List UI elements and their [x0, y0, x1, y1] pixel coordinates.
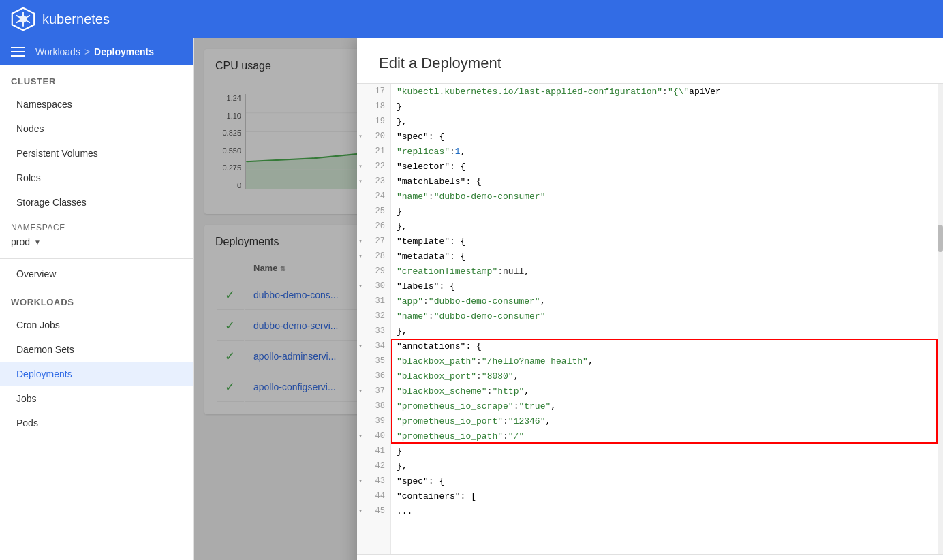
svg-line-6: [26, 16, 30, 18]
sidebar-item-daemon-sets[interactable]: Daemon Sets: [0, 337, 193, 362]
cluster-section-title: Cluster: [0, 65, 193, 92]
line-number-32: 32: [357, 309, 390, 324]
code-line-23: "matchLabels": {: [391, 174, 943, 189]
breadcrumb-separator: >: [84, 46, 90, 57]
line-number-35: 35: [357, 354, 390, 369]
code-line-34: "annotations": {: [391, 339, 943, 354]
sidebar-item-persistent-volumes[interactable]: Persistent Volumes: [0, 141, 193, 166]
svg-line-4: [16, 16, 20, 18]
code-line-38: "prometheus_io_scrape": "true",: [391, 399, 943, 414]
edit-deployment-dialog: Edit a Deployment 1718192021222324252627…: [357, 38, 943, 560]
line-number-34: 34: [357, 339, 390, 354]
line-number-21: 21: [357, 144, 390, 159]
sidebar: Workloads > Deployments Cluster Namespac…: [0, 38, 194, 560]
line-number-36: 36: [357, 369, 390, 384]
app-name: kubernetes: [42, 12, 110, 27]
line-number-26: 26: [357, 219, 390, 234]
line-number-27: 27: [357, 234, 390, 249]
topbar: kubernetes: [0, 0, 943, 38]
namespace-section: Namespace prod ▼: [0, 215, 193, 255]
line-number-37: 37: [357, 384, 390, 399]
line-number-45: 45: [357, 503, 390, 518]
line-number-40: 40: [357, 429, 390, 444]
code-line-39: "prometheus_io_port": "12346",: [391, 414, 943, 429]
code-content[interactable]: "kubectl.kubernetes.io/last-applied-conf…: [391, 84, 943, 554]
sidebar-item-storage-classes[interactable]: Storage Classes: [0, 190, 193, 215]
code-line-26: },: [391, 219, 943, 234]
code-line-29: "creationTimestamp": null,: [391, 264, 943, 279]
line-number-38: 38: [357, 399, 390, 414]
line-number-23: 23: [357, 174, 390, 189]
line-number-24: 24: [357, 189, 390, 204]
code-line-24: "name": "dubbo-demo-consumer": [391, 189, 943, 204]
line-number-31: 31: [357, 294, 390, 309]
main-layout: Workloads > Deployments Cluster Namespac…: [0, 38, 943, 560]
sidebar-item-nodes[interactable]: Nodes: [0, 116, 193, 141]
line-number-39: 39: [357, 414, 390, 429]
line-number-44: 44: [357, 488, 390, 503]
line-number-33: 33: [357, 324, 390, 339]
sidebar-item-roles[interactable]: Roles: [0, 166, 193, 190]
code-line-18: }: [391, 99, 943, 114]
svg-point-1: [20, 16, 27, 23]
code-line-37: "blackbox_scheme": "http",: [391, 384, 943, 399]
sidebar-item-overview[interactable]: Overview: [0, 262, 193, 286]
sidebar-item-deployments[interactable]: Deployments: [0, 362, 193, 386]
code-line-28: "metadata": {: [391, 249, 943, 264]
line-number-18: 18: [357, 99, 390, 114]
code-line-20: "spec": {: [391, 129, 943, 144]
main-content: CPU usage 1.24 1.10 0.825 0.550 0.275 0: [194, 38, 943, 560]
code-line-17: "kubectl.kubernetes.io/last-applied-conf…: [391, 84, 943, 99]
svg-line-5: [26, 20, 30, 22]
line-number-41: 41: [357, 444, 390, 458]
sidebar-item-namespaces[interactable]: Namespaces: [0, 92, 193, 116]
line-number-43: 43: [357, 473, 390, 488]
line-number-30: 30: [357, 279, 390, 294]
code-line-21: "replicas": 1,: [391, 144, 943, 159]
code-line-36: "blackbox_port": "8080",: [391, 369, 943, 384]
nav-breadcrumb: Workloads > Deployments: [0, 38, 193, 65]
namespace-label: Namespace: [11, 223, 182, 232]
scrollbar-thumb[interactable]: [938, 225, 943, 252]
breadcrumb-current: Deployments: [94, 46, 154, 57]
code-line-44: "containers": [: [391, 488, 943, 503]
code-line-30: "labels": {: [391, 279, 943, 294]
workloads-section-title: Workloads: [0, 286, 193, 313]
code-scroll[interactable]: 1718192021222324252627282930313233343536…: [357, 84, 943, 554]
dialog-title: Edit a Deployment: [379, 55, 921, 72]
sidebar-item-cron-jobs[interactable]: Cron Jobs: [0, 313, 193, 337]
svg-line-7: [16, 20, 20, 22]
code-line-19: },: [391, 114, 943, 129]
line-number-42: 42: [357, 458, 390, 473]
namespace-dropdown-arrow: ▼: [34, 238, 41, 246]
code-line-43: "spec": {: [391, 473, 943, 488]
dialog-header: Edit a Deployment: [357, 38, 943, 84]
namespace-select[interactable]: prod ▼: [11, 236, 182, 247]
line-number-25: 25: [357, 204, 390, 219]
code-line-25: }: [391, 204, 943, 219]
line-number-20: 20: [357, 129, 390, 144]
line-number-19: 19: [357, 114, 390, 129]
breadcrumb-workloads[interactable]: Workloads: [35, 46, 80, 57]
hamburger-menu[interactable]: [11, 47, 25, 57]
line-number-17: 17: [357, 84, 390, 99]
app-logo: kubernetes: [11, 7, 110, 31]
line-number-29: 29: [357, 264, 390, 279]
code-line-27: "template": {: [391, 234, 943, 249]
line-numbers: 1718192021222324252627282930313233343536…: [357, 84, 391, 554]
line-number-28: 28: [357, 249, 390, 264]
code-line-32: "name": "dubbo-demo-consumer": [391, 309, 943, 324]
code-line-40: "prometheus_io_path": "/": [391, 429, 943, 444]
code-line-31: "app": "dubbo-demo-consumer",: [391, 294, 943, 309]
scrollbar-track[interactable]: [938, 84, 943, 554]
code-editor[interactable]: 1718192021222324252627282930313233343536…: [357, 84, 943, 554]
dialog-footer: CANCEL COPY UPDATE: [357, 554, 943, 560]
sidebar-item-pods[interactable]: Pods: [0, 411, 193, 435]
code-line-45: ...: [391, 503, 943, 518]
code-line-33: },: [391, 324, 943, 339]
sidebar-item-jobs[interactable]: Jobs: [0, 386, 193, 411]
code-line-22: "selector": {: [391, 159, 943, 174]
code-line-35: "blackbox_path": "/hello?name=health",: [391, 354, 943, 369]
code-line-42: },: [391, 458, 943, 473]
code-line-41: }: [391, 444, 943, 458]
